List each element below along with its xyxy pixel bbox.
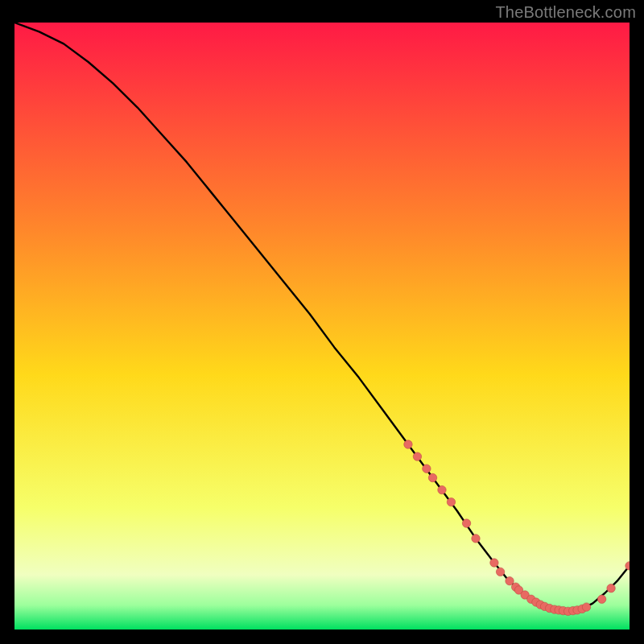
data-point: [438, 485, 446, 493]
data-point: [506, 576, 514, 584]
data-point: [496, 568, 504, 576]
bottleneck-chart: [14, 23, 630, 630]
data-point: [472, 535, 480, 543]
watermark-text: TheBottleneck.com: [495, 3, 636, 22]
data-point: [582, 603, 590, 611]
data-point: [428, 473, 436, 481]
data-point: [490, 559, 498, 567]
data-point: [404, 440, 412, 448]
data-point: [413, 452, 421, 460]
data-point: [607, 584, 615, 592]
data-point: [462, 519, 470, 527]
data-point: [423, 464, 431, 473]
plot-area: [14, 23, 630, 630]
gradient-background: [14, 23, 630, 630]
data-point: [447, 497, 455, 506]
data-point: [597, 595, 605, 603]
chart-stage: TheBottleneck.com: [0, 0, 644, 644]
